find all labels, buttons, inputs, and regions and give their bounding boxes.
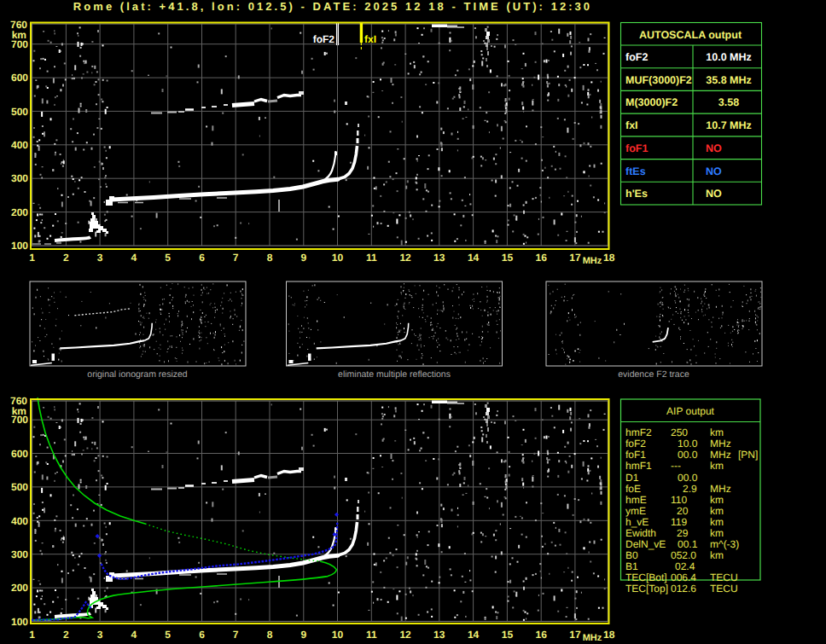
svg-text:052.0: 052.0: [671, 549, 696, 561]
svg-text:D1: D1: [625, 472, 639, 484]
svg-text:4: 4: [131, 252, 137, 264]
svg-text:200: 200: [11, 582, 28, 594]
svg-text:3.58: 3.58: [718, 96, 739, 108]
svg-text:4: 4: [131, 629, 137, 641]
svg-text:012.6: 012.6: [671, 583, 696, 595]
svg-text:foF2: foF2: [625, 51, 648, 63]
svg-text:110: 110: [671, 494, 687, 506]
svg-text:600: 600: [11, 448, 28, 460]
svg-text:14: 14: [468, 629, 480, 641]
svg-text:ftEs: ftEs: [625, 165, 646, 177]
svg-text:00.1: 00.1: [678, 538, 698, 550]
svg-text:km: km: [710, 494, 724, 506]
svg-text:300: 300: [11, 172, 28, 184]
svg-text:evidence F2 trace: evidence F2 trace: [618, 369, 689, 380]
svg-text:13: 13: [433, 629, 445, 641]
svg-text:h_vE: h_vE: [625, 516, 649, 528]
svg-text:300: 300: [11, 548, 28, 560]
svg-text:10.0: 10.0: [678, 438, 698, 450]
svg-text:DelN_vE: DelN_vE: [625, 538, 666, 550]
svg-text:foF1: foF1: [625, 449, 646, 461]
svg-text:ymE: ymE: [625, 505, 646, 517]
svg-text:---: ---: [671, 460, 681, 472]
svg-text:12: 12: [399, 629, 411, 641]
svg-text:foF1: foF1: [625, 142, 648, 154]
svg-text:35.8 MHz: 35.8 MHz: [706, 74, 752, 86]
svg-text:fxI: fxI: [364, 33, 376, 45]
svg-text:100: 100: [11, 240, 28, 252]
svg-text:MUF(3000)F2: MUF(3000)F2: [625, 74, 692, 86]
svg-text:119: 119: [671, 516, 687, 528]
svg-text:17: 17: [569, 629, 581, 641]
svg-text:17: 17: [569, 252, 581, 264]
svg-text:006.4: 006.4: [671, 571, 696, 583]
svg-text:fxI: fxI: [625, 119, 638, 131]
svg-text:MHz: MHz: [583, 256, 602, 266]
svg-text:3: 3: [97, 629, 103, 641]
svg-text:AUTOSCALA output: AUTOSCALA output: [639, 29, 742, 41]
svg-text:18: 18: [603, 252, 615, 264]
svg-text:7: 7: [233, 629, 239, 641]
svg-text:20: 20: [677, 505, 689, 517]
svg-text:Rome (lat: +41.8, lon: 012.5): Rome (lat: +41.8, lon: 012.5) - DATE: 20…: [73, 0, 592, 13]
svg-text:8: 8: [267, 629, 273, 641]
svg-text:100: 100: [11, 616, 28, 628]
svg-text:5: 5: [165, 629, 171, 641]
svg-text:14: 14: [468, 252, 480, 264]
svg-text:11: 11: [366, 629, 377, 641]
svg-text:AIP output: AIP output: [666, 405, 714, 417]
svg-text:9: 9: [300, 252, 306, 264]
svg-text:400: 400: [11, 139, 28, 151]
svg-text:6: 6: [199, 629, 205, 641]
svg-text:Ewidth: Ewidth: [625, 527, 656, 539]
svg-text:km: km: [710, 527, 724, 539]
svg-text:400: 400: [11, 515, 28, 527]
svg-text:m^(-3): m^(-3): [710, 538, 739, 550]
svg-text:29: 29: [677, 527, 689, 539]
svg-text:02.4: 02.4: [675, 560, 695, 572]
svg-text:km: km: [710, 549, 724, 561]
svg-text:hmF1: hmF1: [625, 460, 652, 472]
svg-text:foE: foE: [625, 483, 641, 495]
svg-text:MHz: MHz: [710, 483, 731, 495]
svg-text:16: 16: [536, 629, 548, 641]
svg-text:1: 1: [29, 629, 35, 641]
svg-text:13: 13: [433, 252, 445, 264]
svg-text:6: 6: [199, 252, 205, 264]
svg-text:1: 1: [29, 252, 35, 264]
svg-text:foF2: foF2: [625, 438, 646, 450]
svg-text:2.9: 2.9: [683, 483, 697, 495]
svg-text:NO: NO: [706, 142, 722, 154]
svg-text:original ionogram resized: original ionogram resized: [87, 369, 187, 380]
svg-text:15: 15: [502, 252, 514, 264]
svg-text:8: 8: [267, 252, 273, 264]
svg-text:12: 12: [399, 252, 411, 264]
svg-text:16: 16: [536, 252, 548, 264]
svg-text:foF2: foF2: [313, 33, 335, 45]
svg-text:NO: NO: [706, 165, 722, 177]
svg-text:TEC[Top]: TEC[Top]: [625, 583, 668, 595]
svg-text:250: 250: [671, 426, 688, 438]
svg-text:10.7 MHz: 10.7 MHz: [706, 119, 752, 131]
svg-text:NO: NO: [706, 188, 722, 200]
svg-text:11: 11: [366, 252, 377, 264]
svg-text:TECU: TECU: [710, 571, 738, 583]
svg-text:10.0 MHz: 10.0 MHz: [706, 51, 752, 63]
svg-text:600: 600: [11, 72, 28, 84]
svg-text:B1: B1: [625, 560, 638, 572]
svg-text:B0: B0: [625, 549, 638, 561]
svg-text:700: 700: [11, 414, 28, 426]
svg-text:00.0: 00.0: [678, 449, 698, 461]
svg-text:15: 15: [502, 629, 514, 641]
svg-text:km: km: [710, 516, 724, 528]
svg-text:9: 9: [300, 629, 306, 641]
svg-text:500: 500: [11, 481, 28, 493]
svg-text:200: 200: [11, 206, 28, 218]
svg-text:18: 18: [603, 629, 615, 641]
svg-text:5: 5: [165, 252, 171, 264]
svg-text:TECU: TECU: [710, 583, 738, 595]
svg-text:MHz: MHz: [583, 633, 602, 643]
svg-text:km: km: [710, 460, 724, 472]
svg-text:km: km: [710, 426, 724, 438]
svg-text:10: 10: [332, 252, 344, 264]
